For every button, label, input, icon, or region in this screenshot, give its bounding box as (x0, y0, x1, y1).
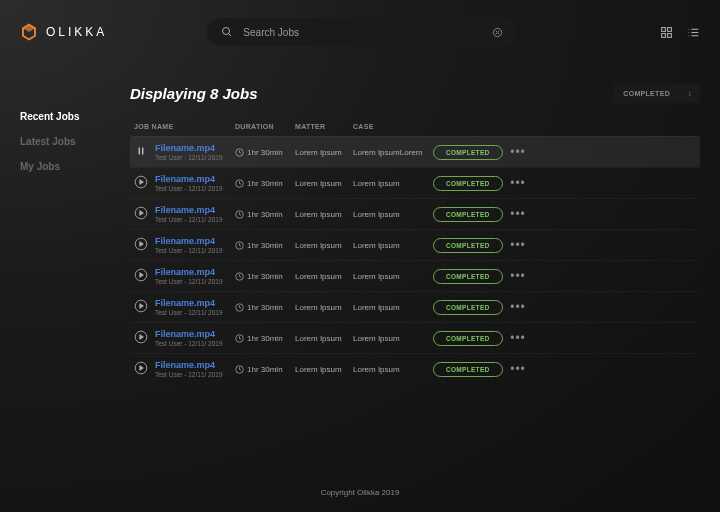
play-icon[interactable] (134, 268, 148, 282)
svg-marker-22 (140, 211, 144, 216)
table-header: JOB NAME DURATION MATTER CASE (130, 117, 700, 136)
more-actions-button[interactable]: ••• (503, 300, 533, 314)
sidebar-item-recent-jobs[interactable]: Recent Jobs (20, 104, 100, 129)
play-icon[interactable] (134, 237, 148, 251)
play-icon[interactable] (134, 175, 148, 189)
col-header-name: JOB NAME (130, 123, 235, 130)
clear-search-icon[interactable] (492, 27, 503, 38)
job-status: COMPLETED (433, 145, 503, 160)
clock-icon (235, 334, 244, 343)
status-badge: COMPLETED (433, 362, 503, 377)
col-header-case: CASE (353, 123, 433, 130)
search-bar[interactable] (207, 18, 517, 46)
col-header-matter: MATTER (295, 123, 353, 130)
svg-rect-6 (668, 27, 672, 31)
table-row[interactable]: Filename.mp4Test User - 12/11/ 20191hr 3… (130, 198, 700, 229)
table-row[interactable]: Filename.mp4Test User - 12/11/ 20191hr 3… (130, 260, 700, 291)
play-button[interactable] (134, 299, 148, 315)
job-filename: Filename.mp4 (155, 329, 223, 339)
job-status: COMPLETED (433, 176, 503, 191)
more-actions-button[interactable]: ••• (503, 362, 533, 376)
play-icon[interactable] (134, 361, 148, 375)
job-matter: Lorem Ipsum (295, 334, 353, 343)
job-matter: Lorem Ipsum (295, 148, 353, 157)
col-header-duration: DURATION (235, 123, 295, 130)
status-badge: COMPLETED (433, 300, 503, 315)
table-row[interactable]: Filename.mp4Test User - 12/11/ 20191hr 3… (130, 136, 700, 167)
svg-marker-31 (140, 304, 144, 309)
more-actions-button[interactable]: ••• (503, 238, 533, 252)
svg-marker-25 (140, 242, 144, 247)
play-button[interactable] (134, 144, 148, 160)
more-actions-button[interactable]: ••• (503, 207, 533, 221)
status-filter-dropdown[interactable]: COMPLETED (613, 84, 700, 103)
svg-rect-8 (668, 33, 672, 37)
clock-icon (235, 272, 244, 281)
job-case: Lorem Ipsum (353, 303, 433, 312)
job-subtitle: Test User - 12/11/ 2019 (155, 371, 223, 378)
job-filename: Filename.mp4 (155, 143, 223, 153)
pause-icon[interactable] (134, 144, 148, 158)
job-info: Filename.mp4Test User - 12/11/ 2019 (130, 174, 235, 192)
play-button[interactable] (134, 268, 148, 284)
status-badge: COMPLETED (433, 269, 503, 284)
search-icon (221, 26, 233, 38)
grid-view-icon[interactable] (660, 26, 673, 39)
play-button[interactable] (134, 237, 148, 253)
play-button[interactable] (134, 206, 148, 222)
svg-line-1 (229, 34, 232, 37)
job-matter: Lorem Ipsum (295, 365, 353, 374)
svg-marker-19 (140, 180, 144, 185)
play-button[interactable] (134, 361, 148, 377)
sidebar-item-my-jobs[interactable]: My Jobs (20, 154, 100, 179)
table-row[interactable]: Filename.mp4Test User - 12/11/ 20191hr 3… (130, 229, 700, 260)
job-duration: 1hr 30min (235, 179, 295, 188)
status-badge: COMPLETED (433, 207, 503, 222)
job-duration: 1hr 30min (235, 365, 295, 374)
svg-rect-5 (662, 27, 666, 31)
table-row[interactable]: Filename.mp4Test User - 12/11/ 20191hr 3… (130, 353, 700, 384)
job-filename: Filename.mp4 (155, 205, 223, 215)
brand-name: OLIKKA (46, 25, 107, 39)
svg-marker-34 (140, 335, 144, 340)
table-row[interactable]: Filename.mp4Test User - 12/11/ 20191hr 3… (130, 167, 700, 198)
sidebar-item-latest-jobs[interactable]: Latest Jobs (20, 129, 100, 154)
svg-rect-7 (662, 33, 666, 37)
play-icon[interactable] (134, 206, 148, 220)
list-view-icon[interactable] (687, 26, 700, 39)
status-badge: COMPLETED (433, 176, 503, 191)
play-icon[interactable] (134, 299, 148, 313)
page-title: Displaying 8 Jobs (130, 85, 258, 102)
play-button[interactable] (134, 175, 148, 191)
footer: Copyright Olikka 2019 (0, 488, 720, 497)
more-actions-button[interactable]: ••• (503, 176, 533, 190)
clock-icon (235, 241, 244, 250)
job-subtitle: Test User - 12/11/ 2019 (155, 216, 223, 223)
job-status: COMPLETED (433, 331, 503, 346)
job-case: Lorem Ipsum (353, 210, 433, 219)
main: Recent Jobs Latest Jobs My Jobs Displayi… (0, 64, 720, 384)
job-status: COMPLETED (433, 238, 503, 253)
svg-marker-37 (140, 366, 144, 371)
table-row[interactable]: Filename.mp4Test User - 12/11/ 20191hr 3… (130, 322, 700, 353)
play-button[interactable] (134, 330, 148, 346)
job-info: Filename.mp4Test User - 12/11/ 2019 (130, 205, 235, 223)
view-switcher (660, 26, 700, 39)
table-row[interactable]: Filename.mp4Test User - 12/11/ 20191hr 3… (130, 291, 700, 322)
logo[interactable]: OLIKKA (20, 23, 107, 41)
search-input[interactable] (243, 27, 482, 38)
more-actions-button[interactable]: ••• (503, 331, 533, 345)
job-filename: Filename.mp4 (155, 298, 223, 308)
job-matter: Lorem Ipsum (295, 303, 353, 312)
more-actions-button[interactable]: ••• (503, 269, 533, 283)
job-filename: Filename.mp4 (155, 236, 223, 246)
job-filename: Filename.mp4 (155, 360, 223, 370)
job-case: Lorem Ipsum (353, 241, 433, 250)
job-matter: Lorem Ipsum (295, 241, 353, 250)
job-case: Lorem Ipsum (353, 365, 433, 374)
play-icon[interactable] (134, 330, 148, 344)
clock-icon (235, 148, 244, 157)
job-filename: Filename.mp4 (155, 174, 223, 184)
more-actions-button[interactable]: ••• (503, 145, 533, 159)
job-duration: 1hr 30min (235, 210, 295, 219)
